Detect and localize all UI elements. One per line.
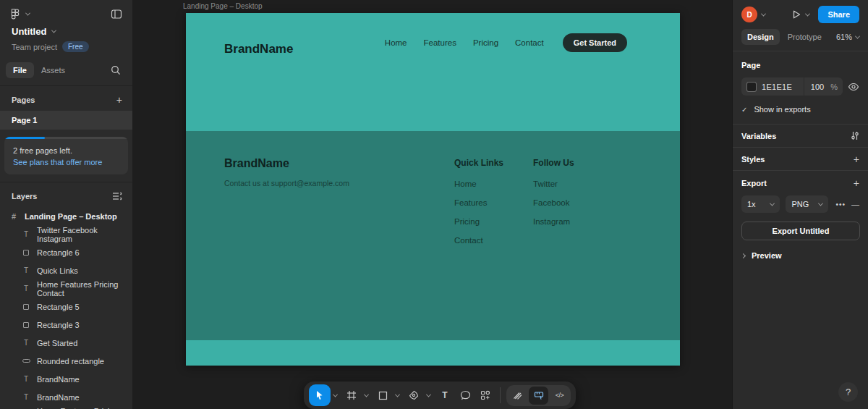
see-plans-link[interactable]: See plans that offer more: [4, 155, 128, 166]
chevron-down-icon[interactable]: [25, 11, 30, 16]
layer-row[interactable]: # Landing Page – Desktop: [0, 207, 132, 225]
frame-tool[interactable]: [341, 385, 362, 405]
footer-brand-text[interactable]: BrandName: [224, 157, 289, 170]
layer-name: BrandName: [37, 393, 80, 402]
free-plan-notice: 2 free pages left. See plans that offer …: [4, 137, 128, 174]
quick-links-title: Quick Links: [454, 158, 503, 168]
hero-nav-contact[interactable]: Contact: [515, 38, 544, 47]
layer-name: Landing Page – Desktop: [25, 212, 117, 221]
layer-row[interactable]: T BrandName: [0, 388, 132, 406]
quick-link-pricing[interactable]: Pricing: [454, 217, 503, 226]
pages-section-header: Pages +: [0, 86, 132, 111]
frame-title-label[interactable]: Landing Page – Desktop: [183, 2, 263, 10]
layer-name: Rectangle 3: [37, 321, 80, 329]
layers-options-icon[interactable]: [112, 192, 122, 201]
layer-name: Home Features Pricing Contact: [37, 407, 132, 409]
color-swatch[interactable]: [746, 82, 757, 92]
quick-link-contact[interactable]: Contact: [454, 236, 503, 245]
project-meta-row: Team project Free: [0, 37, 132, 59]
share-button[interactable]: Share: [818, 6, 859, 23]
quick-link-features[interactable]: Features: [454, 198, 503, 207]
opacity-field[interactable]: 100 %: [804, 77, 838, 96]
hero-brand-text[interactable]: BrandName: [224, 42, 293, 56]
layer-row[interactable]: T Quick Links: [0, 261, 132, 279]
remove-export-icon[interactable]: —: [851, 200, 859, 208]
design-frame[interactable]: BrandName Home Features Pricing Contact …: [186, 13, 680, 366]
styles-section-header[interactable]: Styles +: [733, 148, 868, 171]
pen-tool[interactable]: [404, 385, 424, 405]
layer-row[interactable]: Rectangle 3: [0, 316, 132, 334]
layer-row[interactable]: T Home Features Pricing Contact: [0, 279, 132, 298]
actions-tool[interactable]: [475, 385, 495, 405]
layer-row[interactable]: T Get Started: [0, 334, 132, 352]
avatar[interactable]: D: [741, 7, 757, 22]
chevron-down-icon[interactable]: [393, 394, 401, 397]
dev-mode-code-tool[interactable]: </>: [550, 387, 569, 405]
preview-label: Preview: [752, 251, 782, 260]
chevron-down-icon[interactable]: [761, 11, 766, 16]
text-tool[interactable]: T: [435, 385, 455, 405]
tab-file[interactable]: File: [6, 62, 34, 78]
canvas-area[interactable]: Landing Page – Desktop BrandName Home Fe…: [132, 0, 732, 409]
page-list-item[interactable]: Page 1: [0, 111, 132, 130]
chevron-down-icon[interactable]: [331, 394, 339, 397]
layer-row[interactable]: Rounded rectangle: [0, 352, 132, 370]
add-export-icon[interactable]: +: [854, 180, 859, 187]
hero-nav-home[interactable]: Home: [385, 38, 407, 47]
layer-row[interactable]: Rectangle 6: [0, 243, 132, 261]
social-instagram[interactable]: Instagram: [533, 217, 574, 226]
footer-section[interactable]: BrandName Contact us at support@example.…: [186, 131, 680, 340]
chevron-down-icon[interactable]: [805, 11, 810, 16]
tab-assets[interactable]: Assets: [34, 62, 72, 78]
export-more-options-icon[interactable]: •••: [835, 201, 846, 208]
layer-row[interactable]: T BrandName: [0, 370, 132, 388]
hero-nav-pricing[interactable]: Pricing: [473, 38, 498, 47]
export-untitled-button[interactable]: Export Untitled: [741, 222, 860, 240]
preview-section-header[interactable]: Preview: [733, 240, 868, 271]
bottom-strip[interactable]: [186, 340, 680, 366]
hero-section[interactable]: BrandName Home Features Pricing Contact …: [186, 13, 680, 131]
visibility-eye-icon[interactable]: [848, 83, 859, 91]
hero-nav-features[interactable]: Features: [424, 38, 456, 47]
layer-row[interactable]: T Twitter Facebook Instagram: [0, 225, 132, 243]
layer-name: Get Started: [37, 339, 77, 347]
variables-section-header[interactable]: Variables: [733, 125, 868, 148]
layer-row[interactable]: T Home Features Pricing Contact: [0, 406, 132, 409]
quick-link-home[interactable]: Home: [454, 180, 503, 188]
color-hex-value[interactable]: 1E1E1E: [762, 83, 792, 91]
tab-prototype[interactable]: Prototype: [782, 29, 827, 45]
chevron-down-icon[interactable]: [424, 394, 433, 397]
show-in-exports-row[interactable]: ✓ Show in exports: [741, 105, 859, 114]
chevron-down-icon[interactable]: [362, 394, 370, 397]
present-play-icon[interactable]: [791, 9, 801, 20]
layer-name: Home Features Pricing Contact: [37, 280, 132, 298]
layer-name: Rounded rectangle: [37, 357, 104, 366]
help-button[interactable]: ?: [838, 382, 858, 402]
add-page-icon[interactable]: +: [116, 96, 122, 104]
tab-design[interactable]: Design: [741, 29, 780, 45]
layer-row[interactable]: Rectangle 5: [0, 298, 132, 316]
zoom-level-control[interactable]: 61%: [836, 33, 859, 41]
export-format-select[interactable]: PNG: [786, 195, 828, 213]
shape-tool[interactable]: [373, 385, 393, 405]
comment-tool[interactable]: [455, 385, 475, 405]
project-title-row[interactable]: Untitled: [0, 23, 132, 37]
export-scale-select[interactable]: 1x: [741, 195, 780, 213]
variables-icon[interactable]: [851, 131, 859, 140]
move-tool[interactable]: [309, 384, 331, 406]
search-icon[interactable]: [111, 65, 121, 75]
export-format-value: PNG: [791, 200, 809, 208]
measure-dev-tool[interactable]: [529, 387, 548, 405]
social-twitter[interactable]: Twitter: [533, 180, 574, 188]
figma-menu-icon[interactable]: [10, 9, 21, 20]
add-style-icon[interactable]: +: [854, 156, 859, 163]
export-section-header[interactable]: Export +: [733, 171, 868, 195]
checkbox-checked-icon[interactable]: ✓: [741, 106, 747, 114]
chevron-down-icon[interactable]: [51, 28, 56, 33]
page-color-field[interactable]: 1E1E1E 100 %: [741, 77, 843, 96]
toggle-sidebar-icon[interactable]: [111, 9, 122, 20]
social-facebook[interactable]: Facebook: [533, 198, 574, 207]
footer-contact-text[interactable]: Contact us at support@example.com: [224, 179, 349, 187]
get-started-button[interactable]: Get Started: [563, 33, 627, 52]
draw-annotate-tool[interactable]: [508, 387, 527, 405]
